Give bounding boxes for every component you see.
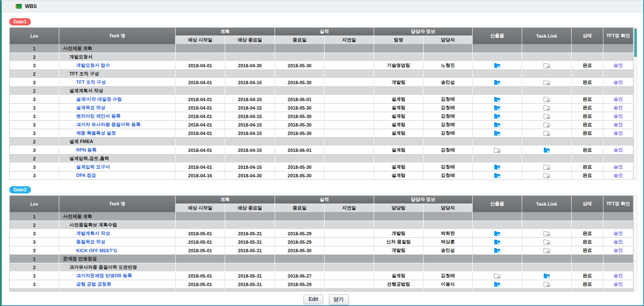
task-name-link[interactable]: 설계입력 요구서 [76, 164, 110, 169]
actual-end-cell: 2018-05-30 [275, 129, 325, 138]
person-cell: 김창래 [424, 129, 473, 138]
edit-button[interactable]: Edit [303, 295, 323, 304]
approve-link[interactable]: 승인 [614, 173, 623, 178]
gate1-scrollbar-thumb[interactable] [634, 28, 637, 57]
gray-folder-icon[interactable] [543, 122, 550, 127]
approve-link[interactable]: 승인 [614, 273, 623, 278]
team-cell [374, 154, 424, 163]
blue-folder-icon[interactable] [494, 105, 501, 110]
blue-folder-icon[interactable] [494, 80, 501, 85]
status-cell [572, 212, 603, 221]
blue-folder-icon[interactable] [494, 164, 501, 169]
tft-confirm-cell [603, 263, 633, 272]
lev-cell: 3 [10, 229, 59, 238]
blue-folder-icon[interactable] [494, 239, 501, 244]
approve-link[interactable]: 승인 [614, 113, 623, 119]
blue-folder-icon[interactable] [494, 231, 501, 236]
gray-folder-icon[interactable] [543, 164, 550, 169]
col-subheader-actual-delay: 지연일 [325, 36, 374, 44]
partial-cell [275, 289, 325, 292]
blue-folder-icon[interactable] [494, 96, 501, 102]
gray-folder-icon[interactable] [494, 147, 501, 152]
actual-end-cell [275, 138, 325, 146]
gray-folder-icon[interactable] [543, 63, 550, 68]
lev-cell: 2 [10, 87, 59, 95]
task-name-link[interactable]: 과거차문제점 반영DB 등록 [76, 273, 132, 278]
gray-folder-icon[interactable] [543, 248, 550, 253]
approve-link[interactable]: 승인 [614, 164, 623, 169]
task-name-link[interactable]: 설계목표 작성 [76, 105, 105, 110]
deliverable-cell [473, 87, 522, 95]
col-header-plan: 계획 [176, 28, 275, 36]
approve-link[interactable]: 승인 [614, 63, 623, 68]
plan-end-cell [225, 255, 275, 263]
task-name-link[interactable]: 품질목표 작성 [76, 239, 105, 244]
approve-link[interactable]: 승인 [614, 231, 623, 236]
approve-link[interactable]: 승인 [614, 281, 623, 287]
gate2-table-container: LevTask 명계획실적담당자 정보산출물Task Link상태TFT장 확인… [9, 196, 633, 292]
approve-link[interactable]: 승인 [614, 239, 623, 244]
blue-folder-icon[interactable] [494, 63, 501, 68]
person-cell: 이용식 [424, 280, 473, 289]
gray-folder-icon[interactable] [543, 113, 550, 119]
gate1-vertical-scrollbar[interactable] [633, 28, 637, 180]
approve-link[interactable]: 승인 [614, 122, 623, 127]
tft-confirm-cell: 승인 [603, 95, 633, 104]
delay-cell [325, 229, 374, 238]
approve-link[interactable]: 승인 [614, 130, 623, 135]
task-name-link[interactable]: 금형 공법 공청회 [76, 281, 111, 287]
task-name-link[interactable]: RPN 등록 [76, 147, 96, 152]
task-name-link[interactable]: DPA 점검 [76, 173, 96, 178]
gray-folder-icon[interactable] [543, 231, 550, 236]
gray-folder-icon[interactable] [494, 273, 501, 278]
plan-start-cell: 2018-04-01 [176, 78, 225, 87]
team-cell: 개발팀 [374, 246, 424, 255]
gray-folder-icon[interactable] [543, 173, 550, 178]
blue-folder-icon[interactable] [543, 273, 550, 278]
blue-folder-icon[interactable] [543, 147, 550, 152]
plan-start-cell: 2018-04-01 [176, 129, 225, 138]
gray-folder-icon[interactable] [543, 105, 550, 110]
task-name-link[interactable]: 벤치마킹 제안서 등록 [76, 113, 121, 119]
approve-link[interactable]: 승인 [614, 248, 623, 253]
task-link-cell [522, 255, 572, 263]
blue-folder-icon[interactable] [494, 173, 501, 178]
approve-link[interactable]: 승인 [614, 105, 623, 110]
approve-link[interactable]: 승인 [614, 147, 623, 152]
actual-end-cell: 2018-05-29 [275, 229, 325, 238]
close-button[interactable]: 닫기 [329, 294, 349, 305]
actual-end-cell [275, 212, 325, 221]
team-cell: 신차 품질팀 [374, 238, 424, 246]
gray-folder-icon[interactable] [543, 281, 550, 287]
person-cell: 김창래 [424, 112, 473, 121]
lev-cell: 2 [10, 154, 59, 163]
deliverable-cell [473, 53, 522, 61]
team-cell: 선행공법팀 [374, 280, 424, 289]
task-name-link[interactable]: 개발계획서 작성 [76, 231, 110, 236]
gray-folder-icon[interactable] [543, 239, 550, 244]
lev-cell: 3 [10, 246, 59, 255]
task-name-link[interactable]: KICK OFF MEET'G [76, 248, 117, 253]
task-name-link[interactable]: TFT 조직 구성 [76, 80, 106, 85]
team-cell: 기술영업팀 [374, 61, 424, 70]
plan-start-cell [176, 87, 225, 95]
task-name-link[interactable]: 개발요청서 접수 [76, 63, 110, 68]
tft-confirm-cell [603, 70, 633, 78]
blue-folder-icon[interactable] [494, 122, 501, 127]
blue-folder-icon[interactable] [494, 281, 501, 287]
task-name-link[interactable]: 과거차 유사차종 품질이력 등록 [76, 122, 140, 127]
approve-link[interactable]: 승인 [614, 96, 623, 102]
task-name-link[interactable]: 설계/시작 대일정 수립 [76, 96, 122, 102]
status-cell: 완료 [572, 78, 603, 87]
gray-folder-icon[interactable] [543, 80, 550, 85]
status-cell: 완료 [572, 95, 603, 104]
gray-folder-icon[interactable] [543, 130, 550, 135]
gate2-vertical-scrollbar[interactable] [633, 196, 637, 292]
approve-link[interactable]: 승인 [614, 80, 623, 85]
gray-folder-icon[interactable] [543, 96, 550, 102]
task-link-cell [522, 212, 572, 221]
blue-folder-icon[interactable] [494, 130, 501, 135]
blue-folder-icon[interactable] [494, 248, 501, 253]
blue-folder-icon[interactable] [494, 113, 501, 119]
task-name-link[interactable]: 제품 특별특성 설정 [76, 130, 116, 135]
